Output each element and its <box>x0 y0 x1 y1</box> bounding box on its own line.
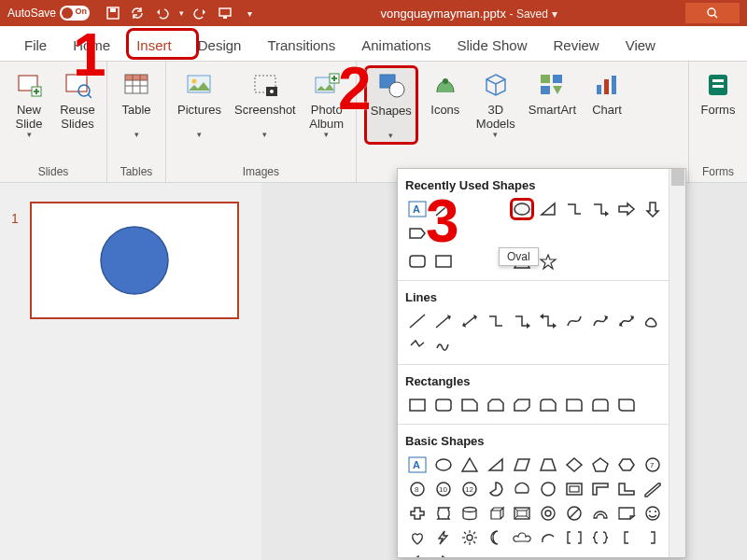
line-curve-arrow[interactable] <box>588 310 613 332</box>
shape-connector-elbow[interactable] <box>562 198 586 220</box>
tab-transitions[interactable]: Transitions <box>254 32 348 61</box>
sync-icon[interactable] <box>129 5 146 21</box>
basic-frame[interactable] <box>562 478 586 500</box>
shape-connector-elbow-arrow[interactable] <box>588 198 613 220</box>
basic-half-frame[interactable] <box>588 478 613 500</box>
shape-star[interactable] <box>536 250 560 273</box>
line-elbow-double[interactable] <box>536 310 560 332</box>
basic-hexagon[interactable] <box>614 454 639 476</box>
basic-lightning[interactable] <box>431 526 456 549</box>
shape-block-arrow-right[interactable] <box>614 198 639 220</box>
basic-left-brace[interactable] <box>405 551 430 558</box>
basic-sun[interactable] <box>458 526 482 549</box>
rect-sniproundtop[interactable] <box>536 394 560 416</box>
line-double-arrow[interactable] <box>458 310 482 332</box>
basic-heptagon[interactable]: 7 <box>641 454 665 476</box>
basic-right-bracket[interactable] <box>641 526 665 549</box>
basic-folded-corner[interactable] <box>614 502 639 525</box>
slide-thumbnail-pane[interactable] <box>0 183 261 560</box>
rect-snip2[interactable] <box>484 394 508 416</box>
line-arrow[interactable] <box>431 310 456 332</box>
basic-donut[interactable] <box>536 502 560 525</box>
basic-cube[interactable] <box>484 502 508 525</box>
basic-lshape[interactable] <box>614 478 639 500</box>
rect-rounded[interactable] <box>431 394 456 416</box>
tab-review[interactable]: Review <box>540 32 612 61</box>
basic-left-bracket[interactable] <box>614 526 639 549</box>
tab-home[interactable]: Home <box>60 32 123 61</box>
shape-line[interactable] <box>431 198 456 220</box>
basic-arc[interactable] <box>536 526 560 549</box>
line-elbow-arrow[interactable] <box>510 310 534 332</box>
basic-can[interactable] <box>458 502 482 525</box>
tab-design[interactable]: Design <box>185 32 255 61</box>
autosave-toggle[interactable]: On <box>60 6 90 21</box>
chart-button[interactable]: Chart <box>585 65 628 117</box>
shape-pentagon-arrow[interactable] <box>405 222 430 245</box>
basic-smiley[interactable] <box>641 502 665 525</box>
tab-file[interactable]: File <box>11 32 60 61</box>
basic-chord[interactable] <box>510 478 534 500</box>
line-curve[interactable] <box>562 310 586 332</box>
basic-dodecagon[interactable]: 12 <box>458 478 482 500</box>
shape-right-triangle[interactable] <box>536 198 560 220</box>
tab-animations[interactable]: Animations <box>348 32 444 61</box>
basic-pie[interactable] <box>484 478 508 500</box>
tab-view[interactable]: View <box>613 32 669 61</box>
basic-brace-pair[interactable] <box>588 526 613 549</box>
line-freeform-closed[interactable] <box>641 310 665 332</box>
rect-snip1[interactable] <box>458 394 482 416</box>
basic-heart[interactable] <box>405 526 430 549</box>
basic-rt-triangle[interactable] <box>484 454 508 476</box>
line-scribble[interactable] <box>431 334 456 357</box>
tab-insert[interactable]: Insert <box>123 32 185 61</box>
shape-rectangle[interactable] <box>431 250 456 273</box>
basic-right-brace[interactable] <box>431 551 456 558</box>
basic-bevel[interactable] <box>510 502 534 525</box>
basic-trapezoid[interactable] <box>536 454 560 476</box>
basic-teardrop[interactable] <box>536 478 560 500</box>
basic-diamond[interactable] <box>562 454 586 476</box>
rect-plain[interactable] <box>405 394 430 416</box>
basic-plus[interactable] <box>405 502 430 525</box>
shapes-button[interactable]: Shapes▾ <box>364 65 418 145</box>
rect-snipdiag[interactable] <box>510 394 534 416</box>
basic-bracket-pair[interactable] <box>562 526 586 549</box>
icons-button[interactable]: Icons <box>424 65 467 117</box>
reuse-slides-button[interactable]: Reuse Slides <box>56 65 99 131</box>
start-from-beginning-icon[interactable] <box>217 5 233 21</box>
basic-textbox[interactable]: A <box>405 454 430 476</box>
search-box[interactable] <box>685 3 740 23</box>
basic-plaque[interactable] <box>431 502 456 525</box>
pictures-button[interactable]: Pictures▾ <box>174 65 225 139</box>
basic-triangle[interactable] <box>458 454 482 476</box>
new-slide-button[interactable]: New Slide▾ <box>7 65 50 139</box>
basic-oval[interactable] <box>431 454 456 476</box>
basic-decagon[interactable]: 10 <box>431 478 456 500</box>
undo-dropdown-icon[interactable]: ▾ <box>177 5 185 21</box>
slide-thumbnail-1[interactable] <box>30 202 239 319</box>
basic-diagonal-stripe[interactable] <box>641 478 665 500</box>
rect-rounddiag[interactable] <box>614 394 639 416</box>
scrollbar[interactable] <box>669 169 685 557</box>
line-curve-double[interactable] <box>614 310 639 332</box>
save-icon[interactable] <box>105 5 121 21</box>
basic-blockarc[interactable] <box>588 502 613 525</box>
smartart-button[interactable]: SmartArt <box>525 65 580 117</box>
basic-nosymbol[interactable] <box>562 502 586 525</box>
shape-textbox[interactable]: A <box>405 198 430 220</box>
line-elbow[interactable] <box>484 310 508 332</box>
basic-moon[interactable] <box>484 526 508 549</box>
basic-pentagon[interactable] <box>588 454 613 476</box>
qat-customize-icon[interactable]: ▾ <box>241 5 258 21</box>
basic-octagon[interactable]: 8 <box>405 478 430 500</box>
shape-block-arrow-down[interactable] <box>641 198 665 220</box>
undo-icon[interactable] <box>153 5 170 21</box>
tab-slideshow[interactable]: Slide Show <box>444 32 540 61</box>
line-freeform[interactable] <box>405 334 430 357</box>
redo-icon[interactable] <box>192 5 209 21</box>
table-button[interactable]: Table▾ <box>115 65 158 139</box>
rect-round1[interactable] <box>562 394 586 416</box>
rect-round2[interactable] <box>588 394 613 416</box>
line-plain[interactable] <box>405 310 430 332</box>
